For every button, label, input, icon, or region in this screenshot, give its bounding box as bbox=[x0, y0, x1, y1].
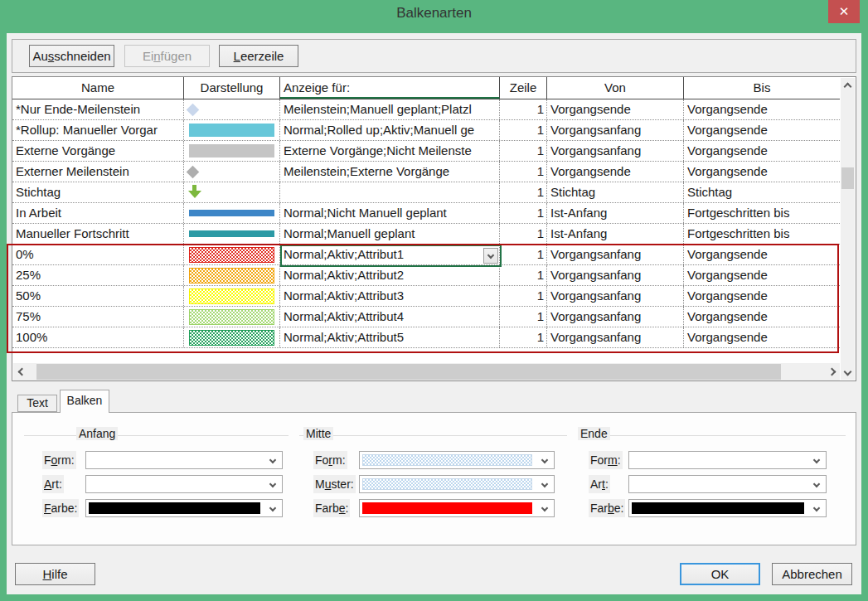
middle-color-combo[interactable] bbox=[359, 499, 555, 517]
middle-pattern-combo[interactable] bbox=[359, 475, 555, 493]
help-button[interactable]: Hilfe bbox=[15, 563, 95, 585]
table-row: Externe Vorgänge Externe Vorgänge;Nicht … bbox=[12, 141, 840, 162]
start-shape-combo[interactable] bbox=[85, 451, 283, 469]
cell-from[interactable]: Vorgangsanfang bbox=[547, 120, 684, 140]
scroll-down-button[interactable] bbox=[841, 366, 855, 380]
cell-to[interactable]: Fortgeschritten bis bbox=[684, 224, 840, 244]
scroll-right-button[interactable] bbox=[826, 363, 840, 380]
cell-to[interactable]: Vorgangsende bbox=[684, 141, 840, 161]
cell-name[interactable]: *Nur Ende-Meilenstein bbox=[12, 99, 184, 119]
cell-from[interactable]: Vorgangsanfang bbox=[547, 245, 684, 264]
start-color-combo[interactable] bbox=[85, 499, 283, 517]
cell-appearance[interactable] bbox=[184, 224, 280, 244]
cell-row[interactable]: 1 bbox=[500, 120, 547, 140]
cell-show-for[interactable]: Normal;Aktiv;Attribut3 bbox=[280, 286, 500, 306]
cell-show-for[interactable] bbox=[280, 182, 500, 202]
tab-balken[interactable]: Balken bbox=[60, 390, 109, 413]
cell-show-for[interactable]: Normal;Aktiv;Attribut5 bbox=[280, 327, 500, 347]
vertical-scrollbar[interactable] bbox=[841, 78, 855, 380]
cell-row[interactable]: 1 bbox=[500, 141, 547, 161]
cell-to[interactable]: Vorgangsende bbox=[684, 265, 840, 285]
cell-name[interactable]: Externer Meilenstein bbox=[12, 162, 184, 182]
cell-to[interactable]: Stichtag bbox=[684, 182, 840, 202]
cell-from[interactable]: Ist-Anfang bbox=[547, 224, 684, 244]
cell-appearance[interactable] bbox=[184, 327, 280, 347]
start-type-combo[interactable] bbox=[85, 475, 283, 493]
cell-row[interactable]: 1 bbox=[500, 182, 547, 202]
cell-row[interactable]: 1 bbox=[500, 99, 547, 119]
cell-show-for[interactable]: Meilenstein;Manuell geplant;Platzl bbox=[280, 99, 500, 119]
insert-row-button[interactable]: Leerzeile bbox=[219, 45, 298, 67]
cell-name[interactable]: 0% bbox=[12, 245, 184, 264]
paste-button[interactable]: Einfügen bbox=[124, 45, 210, 67]
vertical-scrollbar-thumb[interactable] bbox=[841, 167, 854, 189]
cell-row[interactable]: 1 bbox=[500, 162, 547, 182]
cell-name[interactable]: Manueller Fortschritt bbox=[12, 224, 184, 244]
cell-appearance[interactable] bbox=[184, 203, 280, 223]
cell-row[interactable]: 1 bbox=[500, 245, 547, 264]
cell-name[interactable]: 75% bbox=[12, 307, 184, 327]
scroll-up-button[interactable] bbox=[841, 78, 855, 92]
cell-to[interactable]: Vorgangsende bbox=[684, 307, 840, 327]
end-color-combo[interactable] bbox=[628, 499, 827, 517]
cell-name[interactable]: In Arbeit bbox=[12, 203, 184, 223]
cell-row[interactable]: 1 bbox=[500, 224, 547, 244]
cell-name[interactable]: *Rollup: Manueller Vorgar bbox=[12, 120, 184, 140]
cell-to[interactable]: Vorgangsende bbox=[684, 99, 840, 119]
cell-appearance[interactable] bbox=[184, 120, 280, 140]
cell-row[interactable]: 1 bbox=[500, 203, 547, 223]
cell-to[interactable]: Fortgeschritten bis bbox=[684, 203, 840, 223]
cell-to[interactable]: Vorgangsende bbox=[684, 327, 840, 347]
end-shape-combo[interactable] bbox=[628, 451, 827, 469]
scroll-left-button[interactable] bbox=[13, 363, 27, 380]
cell-row[interactable]: 1 bbox=[500, 265, 547, 285]
cell-appearance[interactable] bbox=[184, 245, 280, 264]
cell-appearance[interactable] bbox=[184, 162, 280, 182]
cell-appearance[interactable] bbox=[184, 286, 280, 306]
cell-from[interactable]: Vorgangsanfang bbox=[547, 265, 684, 285]
cut-button[interactable]: Ausschneiden bbox=[29, 45, 114, 67]
cell-show-for[interactable]: Externe Vorgänge;Nicht Meilenste bbox=[280, 141, 500, 161]
cell-appearance[interactable] bbox=[184, 307, 280, 327]
cell-show-for[interactable]: Normal;Aktiv;Attribut4 bbox=[280, 307, 500, 327]
cell-row[interactable]: 1 bbox=[500, 286, 547, 306]
cell-name[interactable]: 25% bbox=[12, 265, 184, 285]
cell-from[interactable]: Vorgangsanfang bbox=[547, 327, 684, 347]
cancel-button[interactable]: Abbrechen bbox=[772, 563, 852, 585]
show-for-dropdown-button[interactable] bbox=[483, 248, 498, 264]
cell-from[interactable]: Vorgangsanfang bbox=[547, 307, 684, 327]
cell-to[interactable]: Vorgangsende bbox=[684, 120, 840, 140]
cell-row[interactable]: 1 bbox=[500, 327, 547, 347]
cell-appearance[interactable] bbox=[184, 141, 280, 161]
cell-from[interactable]: Vorgangsanfang bbox=[547, 286, 684, 306]
tab-text[interactable]: Text bbox=[17, 395, 57, 412]
cell-to[interactable]: Vorgangsende bbox=[684, 286, 840, 306]
cell-name[interactable]: 100% bbox=[12, 327, 184, 347]
cell-row[interactable]: 1 bbox=[500, 307, 547, 327]
cell-show-for[interactable]: Normal;Manuell geplant bbox=[280, 224, 500, 244]
cell-from[interactable]: Vorgangsanfang bbox=[547, 141, 684, 161]
cell-appearance[interactable] bbox=[184, 182, 280, 202]
cell-show-for[interactable]: Normal;Nicht Manuell geplant bbox=[280, 203, 500, 223]
cell-appearance[interactable] bbox=[184, 265, 280, 285]
close-button[interactable]: ✕ bbox=[828, 0, 860, 23]
cell-to[interactable]: Vorgangsende bbox=[684, 162, 840, 182]
horizontal-scrollbar[interactable] bbox=[13, 363, 840, 380]
cell-from[interactable]: Stichtag bbox=[547, 182, 684, 202]
cell-appearance[interactable] bbox=[184, 99, 280, 119]
blue-pattern-swatch bbox=[362, 454, 532, 466]
end-type-combo[interactable] bbox=[628, 475, 827, 493]
middle-shape-combo[interactable] bbox=[359, 451, 555, 469]
cell-to[interactable]: Vorgangsende bbox=[684, 245, 840, 264]
cell-from[interactable]: Vorgangsende bbox=[547, 99, 684, 119]
cell-name[interactable]: 50% bbox=[12, 286, 184, 306]
ok-button[interactable]: OK bbox=[680, 563, 760, 585]
cell-show-for[interactable]: Meilenstein;Externe Vorgänge bbox=[280, 162, 500, 182]
cell-name[interactable]: Stichtag bbox=[12, 182, 184, 202]
cell-show-for[interactable]: Normal;Aktiv;Attribut2 bbox=[280, 265, 500, 285]
cell-name[interactable]: Externe Vorgänge bbox=[12, 141, 184, 161]
cell-show-for[interactable]: Normal;Rolled up;Aktiv;Manuell ge bbox=[280, 120, 500, 140]
cell-from[interactable]: Vorgangsende bbox=[547, 162, 684, 182]
cell-from[interactable]: Ist-Anfang bbox=[547, 203, 684, 223]
horizontal-scrollbar-thumb[interactable] bbox=[36, 364, 781, 380]
